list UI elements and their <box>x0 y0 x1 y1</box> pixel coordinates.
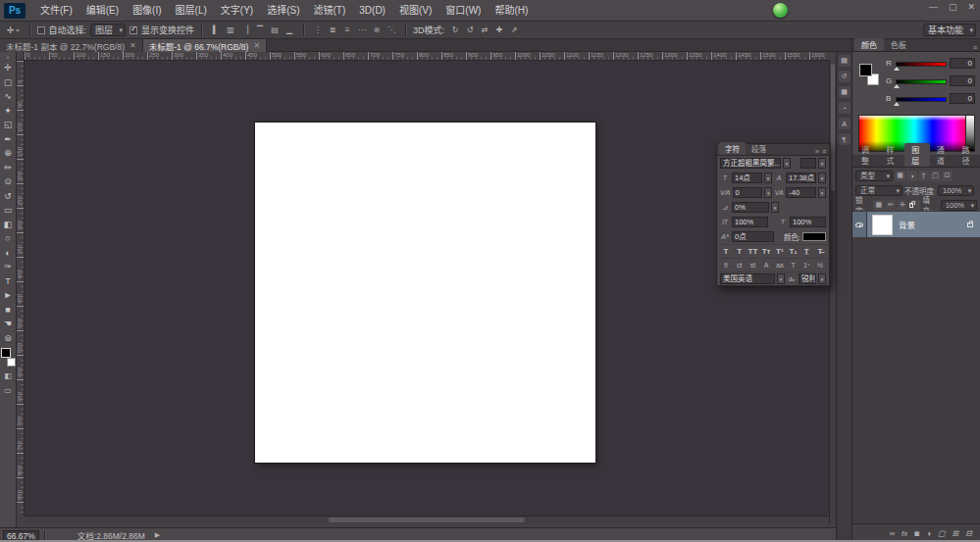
tab-paragraph[interactable]: 段落 <box>746 142 772 155</box>
marquee-tool[interactable]: ▢ <box>1 75 16 90</box>
opacity-dropdown[interactable]: 100% <box>938 185 974 196</box>
shape-tool[interactable]: ■ <box>1 303 16 318</box>
baseline-shift-input[interactable]: 0点 <box>732 231 774 242</box>
align-top-edges-icon[interactable]: ▔ <box>253 24 267 37</box>
align-left-edges-icon[interactable]: ▍ <box>209 24 223 37</box>
lasso-tool[interactable]: ∿ <box>1 89 16 104</box>
crop-tool[interactable]: ◱ <box>1 118 16 132</box>
contextual-alternates-button[interactable]: ct <box>734 262 746 269</box>
3d-drag-icon[interactable]: ⇄ <box>478 24 491 37</box>
menu-item[interactable]: 滤镜(T) <box>307 0 353 21</box>
anti-alias-dropdown[interactable]: 锐利 <box>799 273 816 284</box>
blue-slider[interactable] <box>896 97 947 102</box>
menu-item[interactable]: 视图(V) <box>392 0 438 21</box>
tab-adjustments[interactable]: 调整 <box>854 143 880 167</box>
link-layers-icon[interactable]: ∞ <box>889 529 895 538</box>
superscript-button[interactable]: T¹ <box>774 247 786 256</box>
align-bottom-edges-icon[interactable]: ▁ <box>283 24 296 37</box>
info-panel-icon[interactable]: ◔ <box>839 102 851 114</box>
tab-paths[interactable]: 路径 <box>954 143 980 167</box>
fractions-button[interactable]: ½ <box>814 262 826 269</box>
brush-tool[interactable]: ✏ <box>1 161 16 175</box>
fill-dropdown[interactable]: 100% <box>941 200 977 211</box>
foreground-background-swatches[interactable] <box>1 348 16 367</box>
leading-input[interactable]: 17.38点 <box>786 172 816 183</box>
discretionary-ligatures-button[interactable]: st <box>747 262 758 269</box>
lock-position-icon[interactable]: ✛ <box>897 200 907 211</box>
menu-item[interactable]: 图像(I) <box>126 0 168 21</box>
status-flyout-arrow-icon[interactable]: ▶ <box>155 531 160 539</box>
type-tool[interactable]: T <box>1 274 16 289</box>
chevron-down-icon[interactable]: ▾ <box>764 172 772 183</box>
distribute-horizontal-centers-icon[interactable]: ≋ <box>370 24 384 37</box>
faux-bold-button[interactable]: T <box>720 247 732 256</box>
layer-name[interactable]: 背景 <box>899 219 915 230</box>
document-tab[interactable]: 未标题-1 副本 @ 22.7%(RGB/8) ✕ <box>0 39 143 52</box>
stylistic-alternates-button[interactable]: aa <box>774 262 786 269</box>
scrollbar-thumb[interactable] <box>329 517 525 522</box>
distribute-bottom-edges-icon[interactable]: ≡ <box>340 24 354 37</box>
menu-item[interactable]: 帮助(H) <box>488 0 535 21</box>
ordinals-button[interactable]: 1ˢ <box>800 262 812 269</box>
chevron-down-icon[interactable]: ▾ <box>818 273 826 284</box>
lock-image-pixels-icon[interactable]: ✏ <box>885 200 896 211</box>
show-transform-controls-checkbox[interactable] <box>129 26 137 34</box>
green-value[interactable]: 0 <box>950 75 975 86</box>
paragraph-panel-icon[interactable]: ¶ <box>839 133 851 145</box>
distribute-vertical-centers-icon[interactable]: ≣ <box>326 24 339 37</box>
dodge-tool[interactable]: ◐ <box>1 246 16 261</box>
chevron-down-icon[interactable]: ▾ <box>777 273 785 284</box>
tab-channels[interactable]: 通道 <box>930 143 955 167</box>
all-caps-button[interactable]: TT <box>747 247 758 256</box>
layer-filter-dropdown[interactable]: 类型 <box>855 171 893 181</box>
distribute-left-edges-icon[interactable]: ⋯ <box>355 24 369 37</box>
pen-tool[interactable]: ✑ <box>1 260 16 274</box>
titling-alternates-button[interactable]: T <box>788 262 799 269</box>
workspace-switcher-dropdown[interactable]: 基本功能 <box>923 24 976 36</box>
menu-item[interactable]: 编辑(E) <box>79 0 126 21</box>
history-panel-icon[interactable]: ↺ <box>839 71 851 82</box>
delete-layer-icon[interactable]: ⊟ <box>965 529 972 538</box>
screen-mode-button[interactable]: ▭ <box>2 384 15 396</box>
menu-item[interactable]: 窗口(W) <box>438 0 488 21</box>
distribute-right-edges-icon[interactable]: ⋱ <box>385 24 398 37</box>
healing-brush-tool[interactable]: ⊕ <box>1 146 16 161</box>
quick-mask-button[interactable]: ◧ <box>2 370 15 381</box>
slider-thumb[interactable] <box>894 102 900 106</box>
proportional-spacing-input[interactable]: 0% <box>732 202 769 213</box>
ruler-origin-corner[interactable] <box>17 52 25 61</box>
tab-color[interactable]: 颜色 <box>854 38 884 51</box>
visibility-toggle[interactable] <box>852 212 867 237</box>
vertical-scrollbar[interactable] <box>829 61 836 523</box>
adjustment-layer-icon[interactable]: ◑ <box>926 529 931 538</box>
character-panel-icon[interactable]: A <box>839 118 851 129</box>
close-button[interactable]: ✕ <box>967 2 975 12</box>
layer-style-icon[interactable]: fx <box>902 529 907 538</box>
filter-smart-objects-icon[interactable]: ⊡ <box>942 171 953 181</box>
strikethrough-button[interactable]: T̶ <box>814 247 826 256</box>
chevron-down-icon[interactable]: ▾ <box>771 202 779 213</box>
menu-item[interactable]: 选择(S) <box>260 0 306 21</box>
auto-select-target-dropdown[interactable]: 图层 <box>90 24 126 36</box>
3d-rotate-icon[interactable]: ↻ <box>448 24 462 37</box>
swash-button[interactable]: A <box>760 262 772 269</box>
red-value[interactable]: 0 <box>950 58 975 69</box>
text-color-swatch[interactable] <box>802 232 826 241</box>
language-dropdown[interactable]: 美国英语 <box>720 273 775 284</box>
filter-type-layers-icon[interactable]: T <box>918 171 929 181</box>
horizontal-scale-input[interactable]: 100% <box>790 217 826 227</box>
minimize-button[interactable]: — <box>929 2 938 12</box>
maximize-button[interactable]: ▢ <box>949 2 957 12</box>
blur-tool[interactable]: ○ <box>1 231 16 246</box>
canvas[interactable] <box>255 123 595 463</box>
kerning-input[interactable]: 0 <box>733 187 763 198</box>
zoom-tool[interactable]: ⊚ <box>1 331 16 346</box>
close-icon[interactable]: ✕ <box>129 41 136 50</box>
chevron-down-icon[interactable]: ▾ <box>818 158 826 169</box>
red-slider[interactable] <box>896 62 947 67</box>
tab-swatches[interactable]: 色板 <box>884 38 913 51</box>
collapse-toolbar-icon[interactable]: » <box>6 53 9 61</box>
new-group-icon[interactable]: ▢ <box>938 529 946 538</box>
lock-transparent-pixels-icon[interactable]: ▦ <box>873 200 884 211</box>
align-right-edges-icon[interactable]: ▕ <box>238 24 252 37</box>
